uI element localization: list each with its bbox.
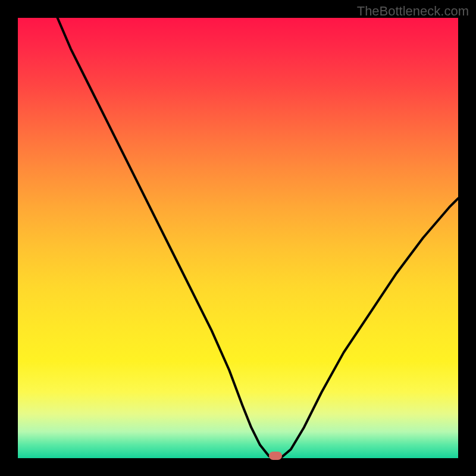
optimal-point-marker [269, 452, 282, 460]
bottleneck-curve [18, 18, 458, 458]
watermark-text: TheBottleneck.com [357, 4, 469, 19]
chart-plot-area [18, 18, 458, 458]
